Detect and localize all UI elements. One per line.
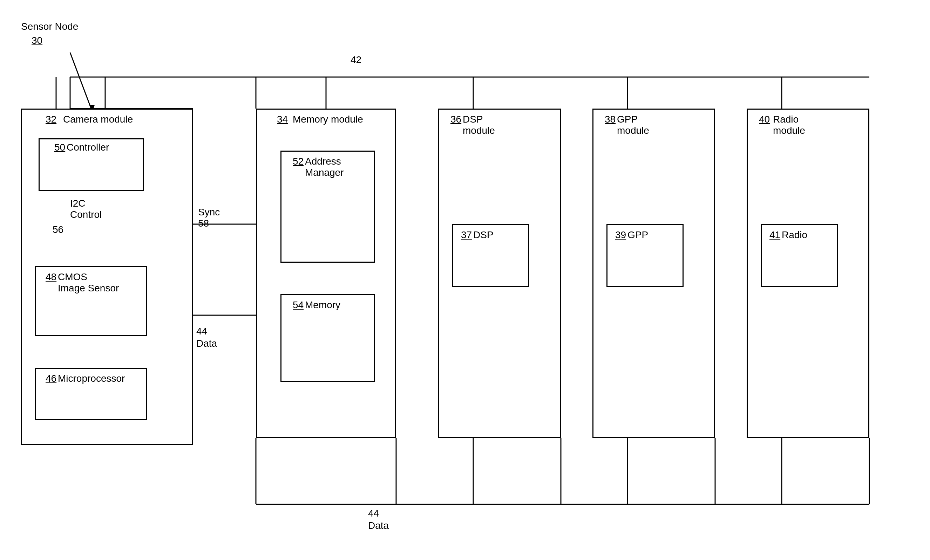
sync-label: Sync58: [198, 207, 220, 229]
radio-module-number: 40: [759, 114, 770, 125]
radio-inner-number: 41: [770, 229, 780, 241]
data44-top-label: Data: [196, 338, 217, 349]
microprocessor-title: Microprocessor: [58, 373, 125, 384]
sensor-node-number: 30: [32, 35, 42, 46]
address-manager-title: AddressManager: [305, 156, 344, 178]
microprocessor-number: 46: [46, 373, 57, 384]
sensor-node-label: Sensor Node: [21, 21, 78, 32]
gpp-module-number: 38: [605, 114, 616, 125]
data44-top-number: 44: [196, 326, 207, 337]
data44-bottom-number: 44: [368, 508, 379, 519]
cmos-title: CMOSImage Sensor: [58, 272, 119, 294]
dsp-inner-title: DSP: [473, 229, 494, 241]
diagram: Sensor Node 30 42 32 Camera module 50 Co…: [0, 0, 930, 560]
memory-inner-title: Memory: [305, 299, 340, 311]
gpp-inner-number: 39: [615, 229, 626, 241]
radio-inner-title: Radio: [782, 229, 807, 241]
gpp-inner-title: GPP: [627, 229, 648, 241]
svg-line-26: [70, 52, 91, 109]
camera-module-number: 32: [46, 114, 57, 125]
memory-inner-number: 54: [293, 299, 303, 311]
controller-number: 50: [54, 142, 65, 153]
radio-module-title: Radiomodule: [773, 114, 805, 136]
data44-bottom-label: Data: [368, 520, 389, 531]
bus42-label: 42: [351, 54, 362, 66]
memory-module-number: 34: [277, 114, 288, 125]
dsp-module-title: DSPmodule: [463, 114, 495, 136]
dsp-module-number: 36: [450, 114, 461, 125]
dsp-inner-number: 37: [461, 229, 472, 241]
cmos-number: 48: [46, 272, 57, 282]
i2c-label: I2CControl: [70, 198, 102, 220]
memory-module-title: Memory module: [293, 114, 363, 125]
camera-module-title: Camera module: [63, 114, 133, 125]
gpp-module-title: GPPmodule: [617, 114, 649, 136]
i2c-number: 56: [52, 224, 63, 235]
address-manager-number: 52: [293, 156, 303, 167]
controller-title: Controller: [66, 142, 109, 153]
